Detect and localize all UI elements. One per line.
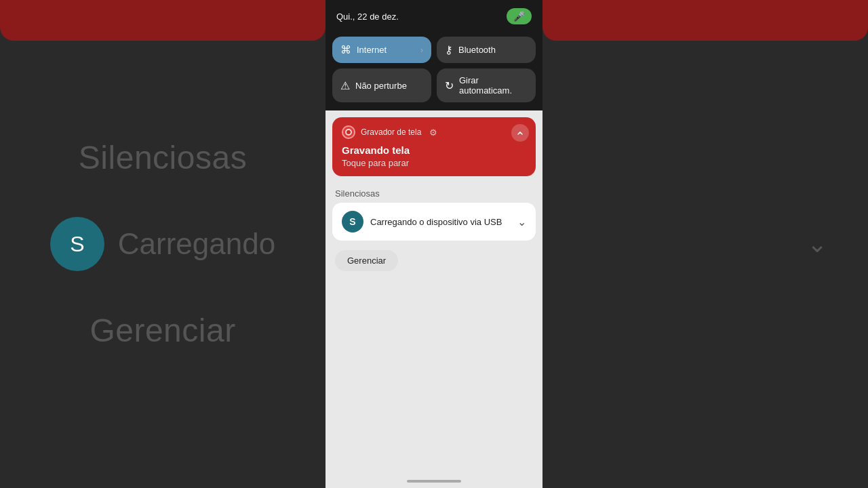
bg-chevron-icon: ⌄ bbox=[807, 230, 827, 258]
usb-notif-text: Carregando o dispositivo via USB bbox=[370, 217, 502, 227]
recording-subtitle: Toque para parar bbox=[342, 158, 526, 168]
status-bar: Qui., 22 de dez. 🎤 bbox=[326, 0, 542, 31]
qs-dnd-label: Não perturbe bbox=[355, 81, 407, 91]
bg-avatar: S bbox=[50, 217, 104, 271]
internet-arrow-icon: › bbox=[420, 45, 423, 55]
quick-settings-grid: ⌘ Internet › ⚷ Bluetooth ⚠ Não perturbe … bbox=[326, 31, 542, 110]
bottom-handle bbox=[407, 480, 461, 483]
qs-tile-dnd[interactable]: ⚠ Não perturbe bbox=[332, 68, 431, 102]
bg-top-bar bbox=[0, 0, 326, 41]
recording-app-name: Gravador de tela bbox=[361, 127, 421, 137]
recording-app-icon bbox=[342, 125, 355, 139]
wifi-icon: ⌘ bbox=[340, 43, 351, 56]
recording-card-header: Gravador de tela ⚙ bbox=[342, 125, 526, 139]
qs-internet-label: Internet bbox=[357, 45, 387, 55]
recording-title: Gravando tela bbox=[342, 144, 526, 156]
bg-gerenciar-text: Gerenciar bbox=[90, 312, 235, 349]
bg-silenciosas-text: Silenciosas bbox=[79, 139, 247, 176]
qs-tile-autorotate[interactable]: ↻ Girar automaticam. bbox=[437, 68, 536, 102]
bluetooth-icon: ⚷ bbox=[445, 43, 453, 56]
background-left: Silenciosas S Carregando Gerenciar bbox=[0, 0, 326, 488]
mic-badge: 🎤 bbox=[507, 8, 532, 24]
recording-notification-card[interactable]: Gravador de tela ⚙ Gravando tela Toque p… bbox=[332, 117, 536, 176]
background-right: ⌄ bbox=[542, 0, 868, 488]
usb-notification-left: S Carregando o dispositivo via USB bbox=[342, 211, 502, 232]
svg-point-1 bbox=[347, 130, 351, 134]
rotate-icon: ↻ bbox=[445, 79, 454, 92]
silent-section-label: Silenciosas bbox=[332, 183, 536, 203]
qs-tile-bluetooth[interactable]: ⚷ Bluetooth bbox=[437, 37, 536, 63]
bg-charging-row: S Carregando bbox=[50, 217, 275, 271]
bg-charging-text: Carregando bbox=[118, 227, 275, 261]
recording-settings-icon: ⚙ bbox=[429, 127, 437, 138]
recording-collapse-button[interactable] bbox=[511, 124, 529, 142]
qs-bluetooth-label: Bluetooth bbox=[458, 45, 496, 55]
mic-icon: 🎤 bbox=[513, 11, 525, 22]
qs-autorotate-label: Girar automaticam. bbox=[459, 75, 528, 96]
notification-area: Gravador de tela ⚙ Gravando tela Toque p… bbox=[326, 110, 542, 488]
usb-expand-icon: ⌄ bbox=[517, 216, 526, 228]
dnd-icon: ⚠ bbox=[340, 79, 350, 92]
bg-top-bar-right bbox=[542, 0, 868, 41]
usb-notification-card[interactable]: S Carregando o dispositivo via USB ⌄ bbox=[332, 203, 536, 241]
manage-button[interactable]: Gerenciar bbox=[335, 250, 398, 271]
usb-notif-icon: S bbox=[342, 211, 363, 232]
qs-tile-internet[interactable]: ⌘ Internet › bbox=[332, 37, 431, 63]
phone-panel: Qui., 22 de dez. 🎤 ⌘ Internet › ⚷ Blueto… bbox=[326, 0, 542, 488]
status-date: Qui., 22 de dez. bbox=[336, 12, 399, 22]
